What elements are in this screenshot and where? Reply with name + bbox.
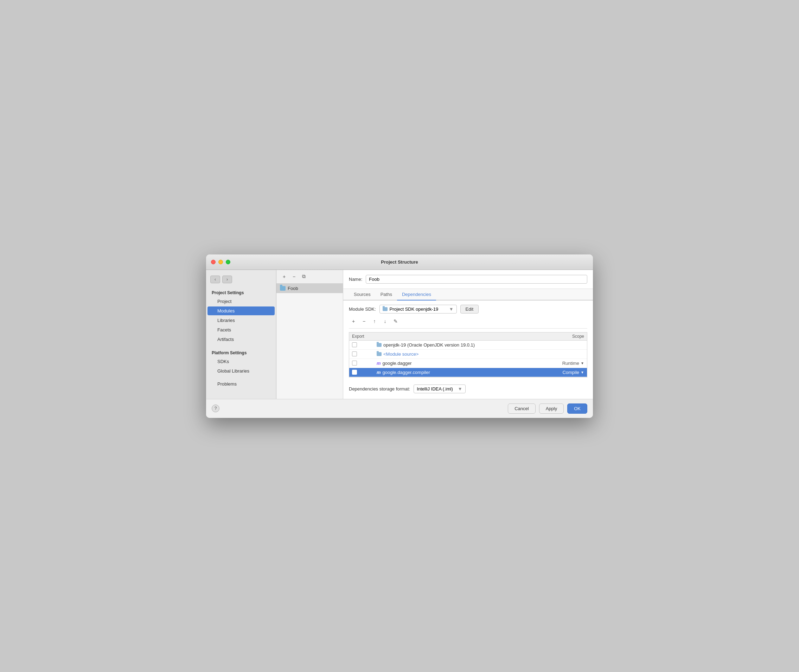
export-checkbox-dagger[interactable] xyxy=(352,361,357,365)
dep-name-openjdk: openjdk-19 (Oracle OpenJDK version 19.0.… xyxy=(377,342,549,347)
sdk-dropdown-arrow-icon: ▼ xyxy=(449,307,454,312)
copy-module-button[interactable]: ⧉ xyxy=(300,273,308,280)
window-body: ‹ › Project Settings Project Modules Lib… xyxy=(206,270,593,399)
forward-button[interactable]: › xyxy=(222,275,232,283)
sdk-dropdown[interactable]: Project SDK openjdk-19 ▼ xyxy=(379,305,457,314)
table-row[interactable]: m google.dagger.compiler Compile ▼ xyxy=(349,368,587,377)
module-list: Foob xyxy=(276,284,343,399)
sdk-folder-icon xyxy=(383,307,388,311)
col-export-header: Export xyxy=(352,334,377,339)
name-label: Name: xyxy=(349,277,362,282)
sdk-row: Module SDK: Project SDK openjdk-19 ▼ Edi… xyxy=(349,305,587,314)
titlebar: Project Structure xyxy=(206,254,593,270)
module-m-icon-dagger-compiler: m xyxy=(377,370,381,375)
sdk-label: Module SDK: xyxy=(349,307,376,312)
sidebar-item-facets[interactable]: Facets xyxy=(207,325,274,334)
dep-name-dagger-compiler: m google.dagger.compiler xyxy=(377,370,549,375)
sidebar-divider xyxy=(206,344,276,347)
sdk-icon xyxy=(377,343,382,347)
dep-add-button[interactable]: + xyxy=(349,317,358,325)
dep-movedown-button[interactable]: ↓ xyxy=(380,317,390,325)
tab-paths[interactable]: Paths xyxy=(375,289,397,301)
platform-settings-label: Platform Settings xyxy=(206,347,276,357)
table-row[interactable]: <Module source> xyxy=(349,350,587,359)
export-checkbox-openjdk[interactable] xyxy=(352,342,357,347)
module-toolbar: + − ⧉ xyxy=(276,270,343,284)
sidebar-item-artifacts[interactable]: Artifacts xyxy=(207,335,274,344)
back-button[interactable]: ‹ xyxy=(210,275,220,283)
dep-scope-dagger-compiler[interactable]: Compile ▼ xyxy=(549,370,584,375)
dep-moveup-button[interactable]: ↑ xyxy=(370,317,379,325)
storage-select[interactable]: IntelliJ IDEA (.iml) ▼ xyxy=(414,384,465,393)
sidebar-item-project[interactable]: Project xyxy=(207,297,274,306)
storage-label: Dependencies storage format: xyxy=(349,386,410,392)
sidebar-item-problems[interactable]: Problems xyxy=(207,379,274,388)
dependencies-content: Module SDK: Project SDK openjdk-19 ▼ Edi… xyxy=(343,301,593,399)
dep-scope-dagger[interactable]: Runtime ▼ xyxy=(549,361,584,366)
deps-table-header: Export Scope xyxy=(349,333,587,341)
traffic-lights xyxy=(211,260,230,264)
add-module-button[interactable]: + xyxy=(280,273,288,280)
dep-name-dagger: m google.dagger xyxy=(377,361,549,366)
sdk-edit-button[interactable]: Edit xyxy=(460,305,479,314)
sidebar-item-libraries[interactable]: Libraries xyxy=(207,316,274,325)
module-m-icon-dagger: m xyxy=(377,361,381,366)
name-row: Name: xyxy=(343,270,593,289)
table-row[interactable]: openjdk-19 (Oracle OpenJDK version 19.0.… xyxy=(349,341,587,350)
dep-name-module-source: <Module source> xyxy=(377,352,549,357)
deps-table: Export Scope openjdk-19 (Oracle xyxy=(349,332,587,378)
maximize-button[interactable] xyxy=(226,260,230,264)
sidebar-nav: ‹ › xyxy=(206,275,276,288)
scope-dropdown-arrow-icon-2: ▼ xyxy=(581,370,584,374)
sidebar-item-global-libraries[interactable]: Global Libraries xyxy=(207,366,274,375)
project-settings-label: Project Settings xyxy=(206,288,276,297)
cancel-button[interactable]: Cancel xyxy=(508,403,535,414)
deps-toolbar: + − ↑ ↓ ✎ xyxy=(349,317,587,329)
project-structure-window: Project Structure ‹ › Project Settings P… xyxy=(206,254,593,418)
tab-dependencies[interactable]: Dependencies xyxy=(397,289,436,301)
col-scope-header: Scope xyxy=(542,334,584,339)
sidebar: ‹ › Project Settings Project Modules Lib… xyxy=(206,270,276,399)
ok-button[interactable]: OK xyxy=(567,403,587,414)
window-title: Project Structure xyxy=(381,259,418,265)
apply-button[interactable]: Apply xyxy=(539,403,564,414)
storage-dropdown-arrow-icon: ▼ xyxy=(458,386,462,392)
name-input[interactable] xyxy=(366,275,587,284)
col-name-header xyxy=(377,334,542,339)
deps-footer: Dependencies storage format: IntelliJ ID… xyxy=(349,381,587,395)
module-source-icon xyxy=(377,352,382,356)
scope-dropdown-arrow-icon: ▼ xyxy=(581,361,584,365)
sidebar-item-sdks[interactable]: SDKs xyxy=(207,357,274,366)
module-list-item-foob[interactable]: Foob xyxy=(276,284,343,293)
deps-table-body: openjdk-19 (Oracle OpenJDK version 19.0.… xyxy=(349,341,587,377)
remove-module-button[interactable]: − xyxy=(290,273,298,280)
tabs-bar: Sources Paths Dependencies xyxy=(343,289,593,301)
sidebar-divider-2 xyxy=(206,376,276,379)
help-button[interactable]: ? xyxy=(212,405,220,412)
export-checkbox-module-source[interactable] xyxy=(352,352,357,357)
module-panel: + − ⧉ Foob xyxy=(276,270,343,399)
folder-icon xyxy=(280,286,286,291)
table-row[interactable]: m google.dagger Runtime ▼ xyxy=(349,359,587,368)
window-footer: ? Cancel Apply OK xyxy=(206,399,593,418)
close-button[interactable] xyxy=(211,260,216,264)
minimize-button[interactable] xyxy=(218,260,223,264)
dep-remove-button[interactable]: − xyxy=(359,317,369,325)
tab-sources[interactable]: Sources xyxy=(349,289,375,301)
dep-edit-button[interactable]: ✎ xyxy=(391,317,400,325)
main-content: Name: Sources Paths Dependencies Mo xyxy=(343,270,593,399)
sidebar-item-modules[interactable]: Modules xyxy=(207,307,274,315)
export-checkbox-dagger-compiler[interactable] xyxy=(352,370,357,374)
